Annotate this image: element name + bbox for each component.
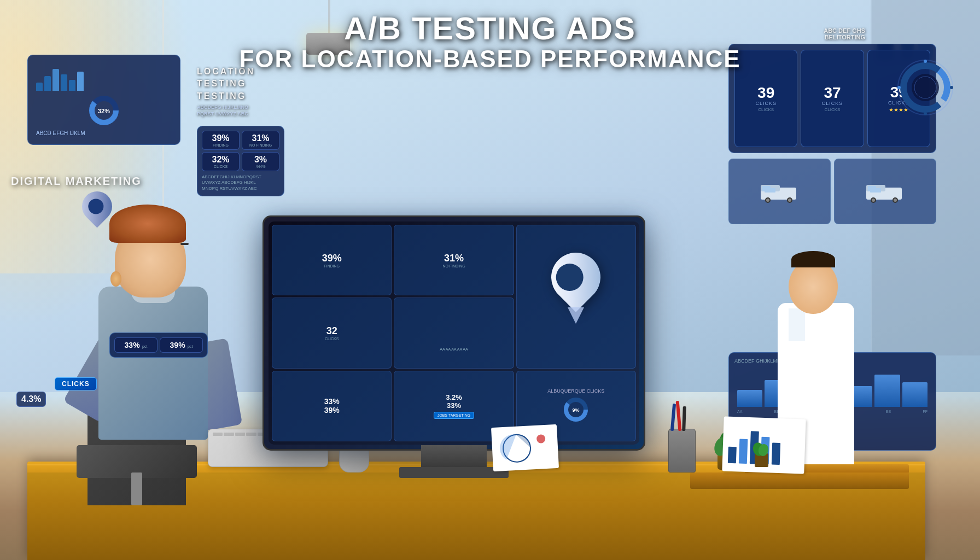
- scene: 39% FINDING 31% NO FINDING: [0, 0, 980, 560]
- circular-dial: [892, 55, 958, 120]
- mini-bar-5: [69, 80, 75, 91]
- pin-tail: [568, 307, 584, 324]
- svg-point-29: [950, 86, 953, 89]
- label-444: 444%: [246, 165, 276, 168]
- key: [213, 433, 223, 436]
- bg-plant: [750, 429, 772, 467]
- bl-grid: 33% pct 39% pct: [114, 337, 203, 353]
- svg-point-11: [788, 199, 791, 202]
- person-torso: [98, 287, 208, 440]
- svg-point-33: [536, 434, 546, 444]
- bg-desk: [690, 472, 909, 489]
- albuquerque-label: ALBUQUERQUE CLICKS: [547, 388, 604, 394]
- svg-point-17: [872, 199, 875, 202]
- mini-bar-2: [44, 76, 51, 91]
- bottom-left-stats-panel: 33% pct 39% pct: [109, 332, 208, 358]
- label-nf: NO FINDING: [246, 143, 276, 147]
- left-pin-inner: [88, 199, 103, 214]
- screen-cell-barchart: AA AA AA AA AA: [394, 298, 514, 368]
- mini-bar-4: [61, 74, 67, 91]
- vehicle-box-1: [728, 159, 831, 224]
- bg-person-head: [789, 259, 838, 314]
- lamp-shade: [306, 33, 350, 55]
- paper-1: [491, 424, 559, 471]
- svg-text:32%: 32%: [98, 108, 110, 114]
- panel-subtext: ABCDEFGHIJ KLMNOPQRSTUVWXYZ ABCDEFG HIJK…: [202, 174, 279, 191]
- person-ear: [110, 271, 121, 287]
- click-sub-1: CLICKS: [758, 107, 774, 112]
- clicks-button-left[interactable]: CLICKS: [55, 377, 97, 390]
- key: [235, 433, 245, 436]
- monitor-base: [399, 467, 509, 478]
- click-label-1: CLICKS: [755, 101, 777, 106]
- monitor-screen: 39% FINDING 31% NO FINDING: [269, 221, 639, 445]
- click-label-2: CLICKS: [822, 101, 843, 106]
- bl-sub-39: pct: [188, 345, 192, 348]
- bl-33: 33% pct: [114, 337, 158, 353]
- screen-cell-1: 39% FINDING: [272, 225, 392, 295]
- van-icon-1: [758, 179, 802, 204]
- stat-finding: FINDING: [324, 264, 340, 268]
- left-stat-panel: 39% FINDING 31% NO FINDING 32% CLICKS 3%…: [197, 126, 284, 196]
- bg-shirt-detail: [789, 308, 805, 341]
- svg-rect-38: [772, 443, 780, 465]
- svg-point-30: [924, 112, 927, 115]
- label-finding: FINDING: [206, 143, 236, 147]
- top-right-line1: ABC DEF GHS: [824, 27, 865, 34]
- click-number-1: 39: [757, 85, 774, 101]
- click-stat-2: 37 CLICKS CLICKS: [801, 50, 864, 147]
- stat-nofinding: NO FINDING: [442, 264, 465, 268]
- monitor: 39% FINDING 31% NO FINDING: [262, 215, 645, 467]
- svg-text:9%: 9%: [573, 407, 580, 413]
- mini-bar-6: [77, 72, 84, 91]
- left-panel-stats: ABCD EFGH IJKLM: [36, 130, 172, 136]
- screen-cell-3: 32 CLICKS: [272, 298, 392, 368]
- screen-cell-4: 33% 39%: [272, 371, 392, 441]
- svg-point-28: [924, 60, 927, 63]
- svg-point-19: [894, 199, 897, 202]
- pin-inner: [556, 264, 584, 291]
- svg-rect-13: [765, 188, 775, 192]
- mini-bar-3: [52, 69, 59, 91]
- small-stat-label: ABCD EFGH IJKLM: [36, 130, 172, 136]
- paper-chart: [494, 427, 556, 466]
- bl-val-33: 33%: [125, 341, 140, 349]
- val-31: 31%: [246, 133, 276, 143]
- stat-clicks: CLICKS: [325, 337, 339, 341]
- loc-text-1: LOCATION: [197, 66, 255, 78]
- jobs-button[interactable]: JOBS TARGETING: [434, 412, 474, 419]
- rbar-label-6: FF: [923, 410, 928, 413]
- person-hair: [109, 205, 186, 243]
- glasses: [180, 243, 189, 245]
- click-stat-1: 39 CLICKS CLICKS: [734, 50, 797, 147]
- svg-point-26: [912, 74, 939, 101]
- rbar-1: [737, 390, 762, 407]
- bar-chart-main: [448, 314, 459, 347]
- top-right-line2: BELITORTING: [824, 34, 865, 40]
- paper-content: [491, 424, 559, 471]
- val-39: 39%: [206, 133, 236, 143]
- hud-left-panel: 32% ABCD EFGH IJKLM: [27, 55, 180, 145]
- stat-39b: 39%: [324, 406, 340, 415]
- key: [246, 433, 256, 436]
- digital-marketing-text: DIGITAL MARKETING: [11, 175, 142, 188]
- pen-holder: [668, 429, 696, 472]
- stat-39pct: 39%: [322, 253, 342, 264]
- svg-rect-21: [870, 188, 881, 192]
- location-testing-panel: LOCATION TESTING TESTING ABCDEFG HIJKLMN…: [197, 66, 255, 118]
- donut-chart: 9%: [562, 396, 590, 423]
- stat-32p: 32% CLICKS: [202, 152, 240, 171]
- pct-badge-left: 4.3%: [16, 392, 46, 407]
- bl-val-39: 39%: [170, 341, 185, 349]
- stat-3p: 3% 444%: [242, 152, 279, 171]
- stat-32pct: 3.2%: [446, 393, 462, 401]
- stat-39p: 39% FINDING: [202, 131, 240, 150]
- loc-subtext: ABCDEFG HIJKLMNOPQRST UVWXYZ ABC: [197, 104, 255, 117]
- vehicle-box-2: [834, 159, 936, 224]
- left-pin-head: [76, 185, 119, 228]
- vehicle-area: [728, 159, 936, 224]
- rbar-label-1: AA: [737, 410, 742, 413]
- screen-cell-2: 31% NO FINDING: [394, 225, 514, 295]
- loc-text-2: TESTING: [197, 78, 255, 90]
- left-location-pin: [82, 191, 115, 235]
